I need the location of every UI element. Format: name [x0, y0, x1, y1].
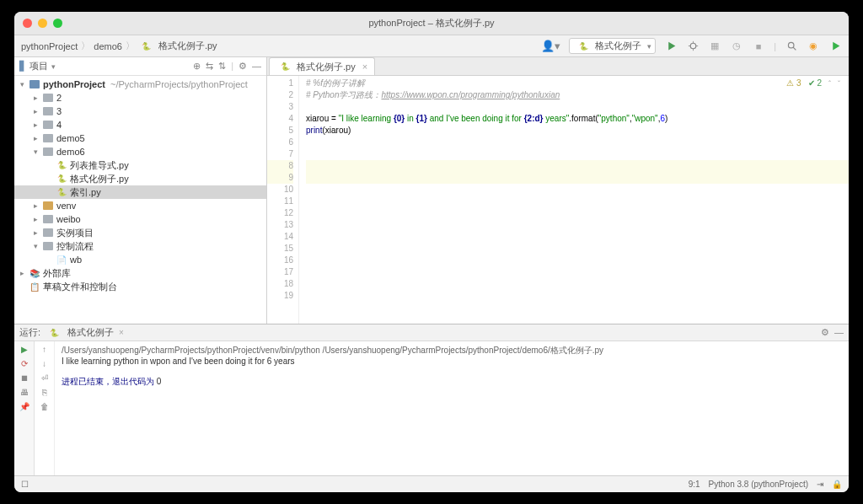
- code-line[interactable]: [306, 172, 849, 184]
- tree-node[interactable]: 索引.py: [14, 185, 266, 199]
- plugin-icon[interactable]: [828, 40, 842, 53]
- tree-node[interactable]: 📋草稿文件和控制台: [14, 280, 266, 293]
- sync-icon[interactable]: ◉: [807, 40, 820, 53]
- cursor-position[interactable]: 9:1: [689, 480, 700, 489]
- collapse-icon[interactable]: ⇅: [218, 61, 226, 72]
- run-config-selector[interactable]: 格式化例子: [569, 38, 656, 54]
- up-icon[interactable]: ↑: [42, 345, 46, 354]
- code-line[interactable]: [306, 160, 849, 172]
- minimize-window-button[interactable]: [38, 19, 47, 28]
- code-line[interactable]: print(xiarou): [306, 125, 849, 137]
- code-line[interactable]: # Python学习路线：https://www.wpon.cn/program…: [306, 89, 849, 101]
- breadcrumb-item[interactable]: 格式化例子.py: [158, 40, 217, 52]
- inspection-badges[interactable]: ⚠ 3 ✔ 2 ˆ ˇ: [786, 78, 840, 88]
- folder-icon: [43, 147, 53, 156]
- tree-arrow-icon[interactable]: ▸: [31, 215, 40, 223]
- run-button[interactable]: [664, 40, 678, 53]
- expand-icon[interactable]: ⇆: [206, 61, 213, 72]
- rerun-icon[interactable]: ▶: [21, 345, 28, 354]
- breadcrumb-item[interactable]: pythonProject: [21, 41, 78, 51]
- tree-node[interactable]: ▸venv: [14, 199, 266, 212]
- code-line[interactable]: [306, 266, 849, 278]
- gear-icon[interactable]: ⚙: [821, 327, 829, 338]
- print-icon[interactable]: 🖶: [20, 388, 29, 397]
- tree-node[interactable]: ▾pythonProject~/PycharmProjects/pythonPr…: [14, 78, 266, 91]
- code-line[interactable]: [306, 196, 849, 207]
- tree-node[interactable]: ▸4: [14, 118, 266, 131]
- tree-node[interactable]: ▸3: [14, 105, 266, 118]
- tree-node[interactable]: ▸2: [14, 91, 266, 105]
- indent-icon[interactable]: ⇥: [817, 480, 823, 489]
- gear-icon[interactable]: ⚙: [239, 61, 247, 72]
- code-line[interactable]: xiarou = "I like learning {0} in {1} and…: [306, 113, 849, 125]
- code-line[interactable]: [306, 184, 849, 196]
- tree-arrow-icon[interactable]: ▸: [18, 269, 26, 277]
- stop-button[interactable]: ■: [752, 40, 765, 53]
- chevron-down-icon[interactable]: ˇ: [838, 79, 840, 88]
- tree-arrow-icon[interactable]: ▸: [31, 94, 40, 102]
- console-tab-label[interactable]: 格式化例子: [67, 326, 114, 339]
- code-line[interactable]: [306, 137, 849, 148]
- code-line[interactable]: [306, 231, 849, 243]
- code-line[interactable]: # %f的例子讲解: [306, 78, 849, 89]
- wrap-icon[interactable]: ⏎: [41, 373, 48, 383]
- search-icon[interactable]: [785, 40, 798, 53]
- code-area[interactable]: 12345678910111213141516171819 ⚠ 3 ✔ 2 ˆ …: [267, 76, 849, 324]
- close-window-button[interactable]: [23, 19, 32, 28]
- folder-icon: [43, 94, 53, 102]
- ok-badge[interactable]: ✔ 2: [808, 78, 822, 88]
- lock-icon[interactable]: 🔒: [832, 480, 842, 489]
- code-line[interactable]: [306, 243, 849, 255]
- console-output[interactable]: /Users/yanshuopeng/PycharmProjects/pytho…: [55, 341, 849, 475]
- tree-arrow-icon[interactable]: ▸: [31, 134, 40, 142]
- trash-icon[interactable]: 🗑: [40, 402, 49, 411]
- down-icon[interactable]: ↓: [42, 359, 46, 368]
- user-icon[interactable]: 👤▾: [541, 40, 560, 52]
- code-line[interactable]: [306, 219, 849, 231]
- tree-arrow-icon[interactable]: ▸: [31, 121, 40, 129]
- status-message-icon[interactable]: ☐: [21, 480, 29, 489]
- layout-icon[interactable]: ⏹: [20, 373, 29, 383]
- tree-node[interactable]: ▸📚外部库: [14, 266, 266, 280]
- project-tool-label[interactable]: ▋项目 ▾: [19, 60, 56, 72]
- pin-icon[interactable]: 📌: [19, 402, 29, 411]
- tree-arrow-icon[interactable]: ▸: [31, 228, 40, 237]
- breadcrumb[interactable]: pythonProject 〉 demo6 〉 格式化例子.py: [21, 40, 217, 52]
- close-tab-icon[interactable]: ×: [362, 62, 367, 72]
- tree-arrow-icon[interactable]: ▾: [31, 242, 40, 250]
- tree-node[interactable]: ▸demo5: [14, 131, 266, 145]
- target-icon[interactable]: ⊕: [193, 61, 201, 72]
- tree-arrow-icon[interactable]: ▸: [31, 201, 40, 210]
- tree-node[interactable]: 列表推导式.py: [14, 158, 266, 172]
- tree-arrow-icon[interactable]: ▸: [31, 107, 40, 115]
- maximize-window-button[interactable]: [53, 19, 62, 28]
- warning-badge[interactable]: ⚠ 3: [786, 78, 801, 88]
- project-tree[interactable]: ▾pythonProject~/PycharmProjects/pythonPr…: [14, 76, 266, 324]
- editor-tab[interactable]: 格式化例子.py ×: [269, 57, 375, 75]
- hide-icon[interactable]: —: [834, 327, 844, 338]
- tree-node[interactable]: ▾控制流程: [14, 239, 266, 253]
- tree-node[interactable]: 格式化例子.py: [14, 172, 266, 185]
- code-line[interactable]: [306, 148, 849, 160]
- stop-icon[interactable]: ⟳: [21, 359, 28, 368]
- tree-arrow-icon[interactable]: ▾: [18, 80, 26, 88]
- hide-icon[interactable]: —: [252, 61, 261, 72]
- code-line[interactable]: [306, 278, 849, 290]
- tree-node[interactable]: ▸weibo: [14, 212, 266, 226]
- code-line[interactable]: [306, 207, 849, 219]
- profile-button[interactable]: ◷: [730, 40, 743, 53]
- python-interpreter[interactable]: Python 3.8 (pythonProject): [709, 480, 808, 489]
- chevron-up-icon[interactable]: ˆ: [828, 79, 831, 88]
- code-line[interactable]: [306, 290, 849, 302]
- tree-node[interactable]: ▾demo6: [14, 145, 266, 158]
- tree-node[interactable]: ▸实例项目: [14, 226, 266, 239]
- coverage-button[interactable]: ▦: [708, 40, 721, 53]
- scroll-icon[interactable]: ⎘: [42, 388, 47, 397]
- code-line[interactable]: [306, 255, 849, 266]
- tree-arrow-icon[interactable]: ▾: [31, 147, 40, 156]
- code-line[interactable]: [306, 101, 849, 113]
- debug-button[interactable]: [686, 40, 700, 53]
- breadcrumb-item[interactable]: demo6: [94, 41, 122, 51]
- tree-node[interactable]: 📄wb: [14, 253, 266, 266]
- code-content[interactable]: ⚠ 3 ✔ 2 ˆ ˇ # %f的例子讲解# Python学习路线：https:…: [299, 76, 849, 324]
